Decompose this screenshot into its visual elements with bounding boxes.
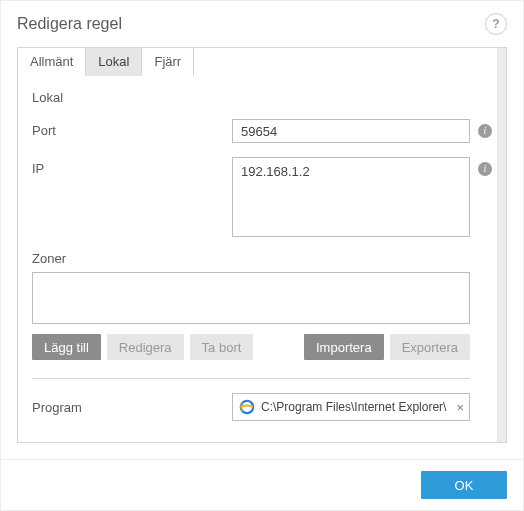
zones-listbox[interactable]: [32, 272, 470, 324]
edit-rule-dialog: Redigera regel ? Allmänt Lokal Fjärr Lok…: [0, 0, 524, 511]
edit-button: Redigera: [107, 334, 184, 360]
divider: [32, 378, 470, 379]
ip-label: IP: [32, 157, 232, 176]
program-path: C:\Program Files\Internet Explorer\: [261, 400, 449, 414]
tab-general[interactable]: Allmänt: [17, 47, 86, 76]
remove-button: Ta bort: [190, 334, 254, 360]
help-icon[interactable]: ?: [485, 13, 507, 35]
ok-button[interactable]: OK: [421, 471, 507, 499]
ip-row: IP i: [32, 157, 492, 237]
info-icon[interactable]: i: [478, 162, 492, 176]
clear-icon[interactable]: ×: [456, 401, 464, 414]
tab-content-local: Lokal Port i IP i Zoner Lägg till Redi: [18, 76, 506, 442]
dialog-header: Redigera regel ?: [1, 1, 523, 47]
program-input[interactable]: C:\Program Files\Internet Explorer\ ×: [232, 393, 470, 421]
import-button[interactable]: Importera: [304, 334, 384, 360]
internet-explorer-icon: [239, 399, 255, 415]
export-button: Exportera: [390, 334, 470, 360]
tab-remote[interactable]: Fjärr: [141, 47, 194, 76]
dialog-body: Allmänt Lokal Fjärr Lokal Port i IP i: [17, 47, 507, 443]
zones-label: Zoner: [32, 251, 492, 266]
ip-input[interactable]: [232, 157, 470, 237]
dialog-footer: OK: [1, 459, 523, 510]
port-label: Port: [32, 119, 232, 138]
zones-buttons: Lägg till Redigera Ta bort Importera Exp…: [32, 334, 470, 360]
add-button[interactable]: Lägg till: [32, 334, 101, 360]
port-input[interactable]: [232, 119, 470, 143]
info-icon[interactable]: i: [478, 124, 492, 138]
tab-local[interactable]: Lokal: [85, 47, 142, 76]
local-section-title: Lokal: [32, 90, 492, 105]
port-row: Port i: [32, 119, 492, 143]
tabstrip: Allmänt Lokal Fjärr: [17, 47, 193, 75]
program-label: Program: [32, 400, 232, 415]
dialog-title: Redigera regel: [17, 15, 122, 33]
program-row: Program C:\Program Files\Internet Explor…: [32, 393, 470, 421]
